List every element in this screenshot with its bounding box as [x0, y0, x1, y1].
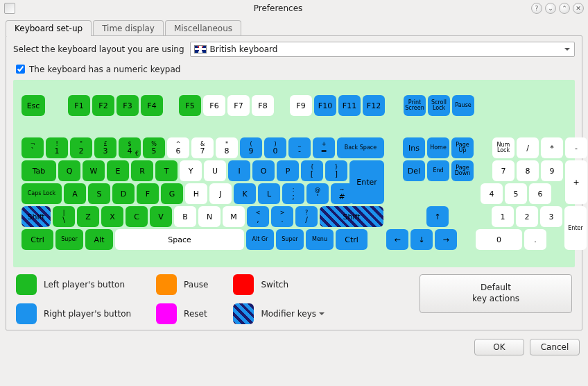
tab-time[interactable]: Time display — [93, 20, 164, 36]
key--[interactable]: ~# — [331, 183, 353, 204]
key-7[interactable]: &7 — [191, 137, 214, 158]
key-k[interactable]: K — [234, 183, 256, 204]
key-f[interactable]: F — [137, 183, 159, 204]
key--[interactable]: . — [524, 229, 546, 250]
key-n[interactable]: N — [198, 206, 220, 227]
key-f2[interactable]: F2 — [92, 95, 114, 116]
key-3[interactable]: £3 — [94, 137, 116, 158]
key-7[interactable]: 7 — [492, 160, 514, 181]
key-num-lock[interactable]: Num Lock — [492, 137, 514, 158]
cancel-button[interactable]: Cancel — [530, 339, 580, 355]
key--[interactable]: |\ — [53, 206, 75, 227]
key-0[interactable]: )0 — [264, 137, 286, 158]
key-x[interactable]: X — [101, 206, 123, 227]
key-s[interactable]: S — [88, 183, 110, 204]
key--[interactable]: - — [565, 137, 587, 158]
key-m[interactable]: M — [223, 206, 245, 227]
key-ins[interactable]: Ins — [403, 137, 425, 158]
key-pause[interactable]: Pause — [452, 95, 474, 116]
key-caps-lock[interactable]: Caps Lock — [21, 183, 62, 204]
key-end[interactable]: End — [427, 160, 449, 181]
key-menu[interactable]: Menu — [306, 229, 334, 250]
tab-misc[interactable]: Miscellaneous — [165, 20, 241, 36]
key-i[interactable]: I — [228, 160, 250, 181]
key-page-down[interactable]: Page Down — [451, 160, 474, 181]
key-g[interactable]: G — [161, 183, 183, 204]
key--[interactable]: ?/ — [295, 206, 318, 227]
key-f11[interactable]: F11 — [338, 95, 361, 116]
key-super[interactable]: Super — [55, 229, 83, 250]
key-shift[interactable]: Shift — [320, 206, 383, 227]
key-l[interactable]: L — [258, 183, 280, 204]
key-4[interactable]: $4€ — [119, 137, 141, 158]
key-u[interactable]: U — [204, 160, 226, 181]
key-enter[interactable]: Enter — [564, 206, 587, 250]
key-q[interactable]: Q — [58, 160, 80, 181]
key-del[interactable]: Del — [403, 160, 425, 181]
key-shift[interactable]: Shift — [21, 206, 51, 227]
key-o[interactable]: O — [252, 160, 275, 181]
key-f7[interactable]: F7 — [227, 95, 250, 116]
legend-modifier[interactable]: Modifier keys — [233, 303, 325, 324]
key-y[interactable]: Y — [180, 160, 202, 181]
key-scroll-lock[interactable]: Scroll Lock — [428, 95, 450, 116]
key-8[interactable]: 8 — [517, 160, 539, 181]
key-esc[interactable]: Esc — [21, 95, 45, 116]
key-f3[interactable]: F3 — [116, 95, 139, 116]
key--[interactable]: >. — [271, 206, 293, 227]
key-1[interactable]: !1 — [46, 137, 68, 158]
key-f1[interactable]: F1 — [68, 95, 90, 116]
key-0[interactable]: 0 — [476, 229, 522, 250]
key--[interactable]: + — [565, 160, 587, 204]
key-home[interactable]: Home — [427, 137, 449, 158]
key-print-screen[interactable]: Print Screen — [404, 95, 426, 116]
key--[interactable]: <, — [247, 206, 269, 227]
key-f12[interactable]: F12 — [363, 95, 385, 116]
key-2[interactable]: 2 — [516, 206, 538, 227]
key-f6[interactable]: F6 — [203, 95, 225, 116]
key--[interactable]: _- — [288, 137, 311, 158]
layout-combobox[interactable]: British keyboard — [190, 42, 575, 57]
key-alt-gr[interactable]: Alt Gr — [246, 229, 274, 250]
key--[interactable]: {[ — [301, 160, 323, 181]
key-9[interactable]: (9 — [240, 137, 262, 158]
key-z[interactable]: Z — [77, 206, 99, 227]
key--[interactable]: ← — [386, 229, 408, 250]
key-2[interactable]: "2 — [70, 137, 92, 158]
tab-keyboard[interactable]: Keyboard set-up — [6, 20, 92, 36]
key--[interactable]: @' — [306, 183, 329, 204]
key--[interactable]: ↑ — [426, 206, 449, 227]
key-e[interactable]: E — [107, 160, 129, 181]
key-tab[interactable]: Tab — [21, 160, 56, 181]
ok-button[interactable]: OK — [474, 339, 524, 355]
key-c[interactable]: C — [126, 206, 148, 227]
key-space[interactable]: Space — [115, 229, 244, 250]
key--[interactable]: / — [517, 137, 539, 158]
key-f9[interactable]: F9 — [290, 95, 312, 116]
key-3[interactable]: 3 — [540, 206, 562, 227]
key--[interactable]: :; — [282, 183, 304, 204]
key-b[interactable]: B — [174, 206, 196, 227]
key-w[interactable]: W — [83, 160, 105, 181]
key-back-space[interactable]: Back Space — [337, 137, 384, 158]
key-page-up[interactable]: Page Up — [451, 137, 474, 158]
key-ctrl[interactable]: Ctrl — [336, 229, 368, 250]
key-t[interactable]: T — [155, 160, 178, 181]
key-9[interactable]: 9 — [541, 160, 563, 181]
key-ctrl[interactable]: Ctrl — [21, 229, 53, 250]
key-alt[interactable]: Alt — [85, 229, 113, 250]
key-f10[interactable]: F10 — [314, 95, 336, 116]
key-8[interactable]: *8 — [216, 137, 238, 158]
key--[interactable]: → — [435, 229, 457, 250]
key-h[interactable]: H — [185, 183, 207, 204]
key--[interactable]: }] — [325, 160, 347, 181]
key-f5[interactable]: F5 — [179, 95, 201, 116]
key--[interactable]: ↓ — [410, 229, 433, 250]
window-help-button[interactable]: ? — [531, 3, 542, 14]
key-a[interactable]: A — [64, 183, 86, 204]
key-super[interactable]: Super — [276, 229, 304, 250]
key-r[interactable]: R — [131, 160, 153, 181]
key--[interactable]: += — [313, 137, 335, 158]
key-4[interactable]: 4 — [481, 183, 503, 204]
window-max-button[interactable]: ⌃ — [559, 3, 570, 14]
